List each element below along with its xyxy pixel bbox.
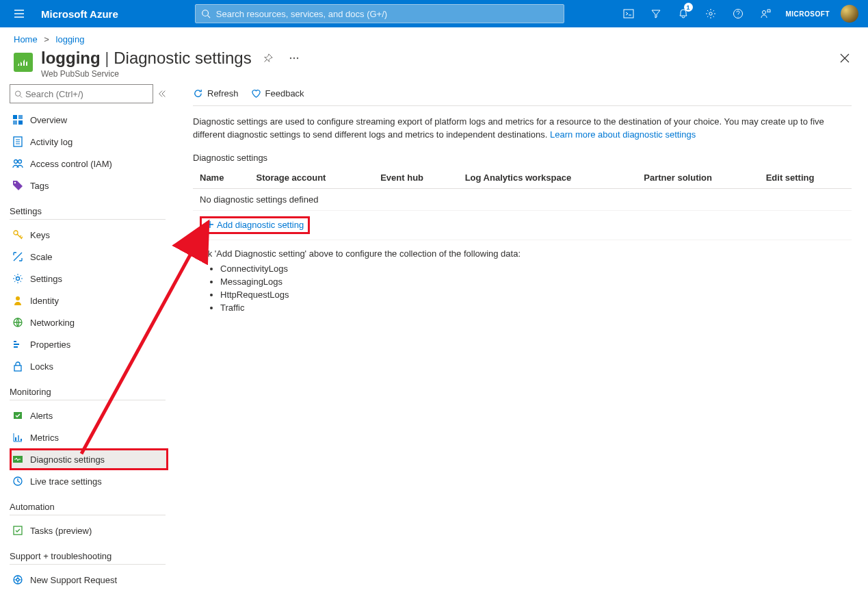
refresh-icon (193, 88, 203, 99)
svg-line-1 (207, 16, 210, 18)
svg-point-24 (16, 296, 20, 300)
pin-button[interactable] (259, 49, 278, 68)
sidebar-item-label: Diagnostic settings (30, 454, 105, 465)
add-diagnostic-setting-link[interactable]: Add diagnostic setting (206, 220, 304, 230)
sidebar-item-identity[interactable]: Identity (10, 290, 168, 311)
feedback-button[interactable]: Feedback (251, 88, 304, 99)
global-search[interactable] (195, 4, 564, 23)
sidebar-item-keys[interactable]: Keys (10, 224, 168, 246)
keys-icon (12, 229, 23, 240)
sidebar-search-input[interactable] (25, 89, 148, 99)
sidebar-item-label: Identity (30, 296, 59, 306)
sidebar-item-label: Settings (30, 274, 62, 284)
alerts-icon (12, 410, 23, 421)
svg-point-6 (289, 57, 291, 59)
sidebar-item-diagnostic-settings[interactable]: Diagnostic settings (10, 448, 168, 470)
page-title: logging | Diagnostic settings (41, 49, 252, 68)
svg-point-3 (709, 12, 711, 15)
svg-point-40 (16, 578, 19, 581)
person-feedback-icon (760, 8, 771, 19)
data-type-item: HttpRequestLogs (220, 289, 852, 302)
sidebar-item-alerts[interactable]: Alerts (10, 405, 168, 426)
sidebar-item-settings[interactable]: Settings (10, 268, 168, 290)
sidebar-item-label: Tags (30, 181, 49, 191)
help-button[interactable] (724, 0, 752, 27)
directories-button[interactable] (642, 0, 670, 27)
more-button[interactable] (285, 49, 304, 68)
section-name: Diagnostic settings (114, 49, 251, 67)
svg-rect-2 (624, 10, 633, 18)
add-link-label: Add diagnostic setting (217, 220, 304, 230)
empty-message: No diagnostic settings defined (193, 188, 852, 210)
sidebar-search[interactable] (10, 84, 153, 103)
sidebar-item-label: Metrics (30, 433, 59, 443)
plus-icon (206, 220, 214, 229)
sidebar-item-label: Properties (30, 339, 70, 350)
user-avatar[interactable] (841, 5, 858, 23)
menu-button[interactable] (5, 0, 33, 27)
sidebar-item-tasks-preview-[interactable]: Tasks (preview) (10, 519, 168, 541)
refresh-label: Refresh (207, 88, 239, 99)
scale-icon (12, 251, 23, 262)
global-search-input[interactable] (216, 9, 558, 19)
breadcrumb-home[interactable]: Home (14, 34, 38, 44)
content-toolbar: Refresh Feedback (193, 84, 852, 106)
log-icon (12, 136, 23, 147)
learn-more-link[interactable]: Learn more about diagnostic settings (550, 129, 696, 140)
tags-icon (12, 180, 23, 191)
sidebar-item-access-control-iam-[interactable]: Access control (IAM) (10, 153, 168, 175)
tenant-label[interactable]: MICROSOFT (779, 10, 837, 18)
sidebar-item-new-support-request[interactable]: New Support Request (10, 569, 168, 591)
feedback-button[interactable] (752, 0, 779, 27)
sidebar-item-networking[interactable]: Networking (10, 311, 168, 333)
chevron-double-left-icon (157, 89, 167, 99)
sidebar-item-scale[interactable]: Scale (10, 246, 168, 268)
description-text: Diagnostic settings are used to configur… (193, 116, 852, 142)
svg-rect-12 (18, 115, 23, 119)
refresh-button[interactable]: Refresh (193, 88, 239, 99)
svg-rect-33 (15, 437, 16, 441)
cloud-shell-button[interactable] (615, 0, 642, 27)
sidebar-item-properties[interactable]: Properties (10, 333, 168, 355)
svg-rect-38 (14, 526, 22, 535)
svg-point-21 (14, 182, 16, 183)
settings-icon (12, 273, 23, 284)
main-content: Refresh Feedback Diagnostic settings are… (179, 84, 868, 591)
column-header: Log Analytics workspace (458, 167, 637, 189)
sidebar-item-metrics[interactable]: Metrics (10, 426, 168, 448)
svg-point-20 (18, 160, 22, 164)
sidebar-item-label: Access control (IAM) (30, 159, 112, 169)
breadcrumb-separator: > (44, 34, 49, 44)
breadcrumb-current[interactable]: logging (56, 34, 85, 44)
close-icon (840, 53, 850, 63)
sidebar-item-tags[interactable]: Tags (10, 175, 168, 196)
search-icon (201, 9, 211, 18)
svg-rect-29 (14, 365, 21, 371)
sidebar-item-locks[interactable]: Locks (10, 355, 168, 377)
sidebar-item-label: Overview (30, 115, 67, 125)
sidebar-item-live-trace-settings[interactable]: Live trace settings (10, 470, 168, 492)
sidebar-item-label: Alerts (30, 411, 53, 421)
sidebar-item-overview[interactable]: Overview (10, 109, 168, 131)
close-button[interactable] (835, 49, 854, 68)
column-header: Name (193, 167, 250, 189)
sidebar-item-label: New Support Request (30, 575, 117, 585)
settings-button[interactable] (697, 0, 724, 27)
search-icon (14, 90, 23, 99)
sidebar-item-label: Scale (30, 252, 53, 262)
feedback-label: Feedback (265, 88, 304, 99)
hamburger-icon (14, 8, 25, 19)
svg-point-23 (16, 277, 20, 281)
top-bar: Microsoft Azure 1 MICROSOFT (0, 0, 868, 27)
brand-label[interactable]: Microsoft Azure (33, 8, 127, 20)
svg-rect-11 (13, 115, 17, 119)
table-row-add: Add diagnostic setting (193, 210, 852, 240)
svg-rect-13 (13, 120, 17, 125)
collapse-sidebar-button[interactable] (157, 89, 170, 99)
pin-icon (263, 53, 273, 63)
column-header: Edit setting (759, 167, 852, 189)
svg-point-19 (14, 160, 18, 164)
sidebar-item-activity-log[interactable]: Activity log (10, 131, 168, 153)
svg-point-9 (15, 91, 20, 96)
notifications-button[interactable]: 1 (670, 0, 697, 27)
